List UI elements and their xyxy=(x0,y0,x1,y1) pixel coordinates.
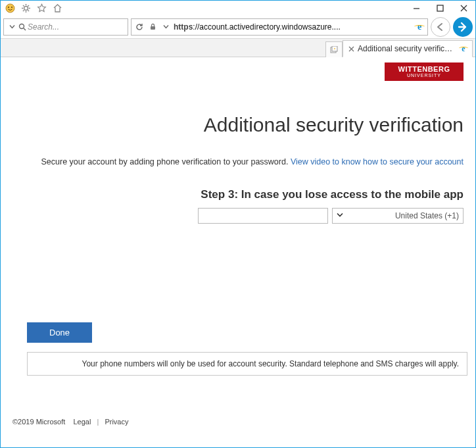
tab-close-button[interactable] xyxy=(347,45,355,53)
window-minimize-button[interactable] xyxy=(404,1,428,15)
chevron-down-icon[interactable] xyxy=(7,22,17,32)
navigation-bar: https://account.activedirectory.windowsa… xyxy=(1,15,475,39)
svg-point-6 xyxy=(20,24,24,28)
step-heading: Step 3: In case you lose access to the m… xyxy=(27,188,464,201)
security-notice: Your phone numbers will only be used for… xyxy=(27,352,467,376)
address-bar[interactable]: https://account.activedirectory.windowsa… xyxy=(131,18,428,36)
svg-point-1 xyxy=(6,4,14,12)
svg-point-3 xyxy=(11,7,12,8)
tab-title: Additional security verificat... xyxy=(358,44,456,53)
brand-logo: WITTENBERG UNIVERSITY xyxy=(385,62,464,81)
page-footer: ©2019 Microsoft Legal | Privacy xyxy=(1,418,469,426)
page-content: WITTENBERG UNIVERSITY Additional securit… xyxy=(1,57,475,376)
toolbar-icon-group xyxy=(1,3,62,13)
page-title: Additional security verification xyxy=(27,114,464,136)
home-icon[interactable] xyxy=(52,3,62,13)
svg-rect-5 xyxy=(151,26,155,30)
country-select[interactable]: United States (+1) xyxy=(332,208,464,224)
svg-point-4 xyxy=(24,6,28,10)
footer-copyright: ©2019 Microsoft xyxy=(12,418,65,426)
tab-active[interactable]: Additional security verificat... xyxy=(343,40,473,57)
new-tab-button[interactable] xyxy=(325,41,343,57)
lock-icon xyxy=(147,22,158,32)
video-link[interactable]: View video to know how to secure your ac… xyxy=(291,157,464,166)
chevron-down-icon xyxy=(337,211,343,220)
site-ie-icon xyxy=(414,22,425,32)
window-maximize-button[interactable] xyxy=(428,1,452,15)
phone-number-input[interactable] xyxy=(198,208,328,224)
page-description: Secure your account by adding phone veri… xyxy=(27,156,464,168)
footer-privacy-link[interactable]: Privacy xyxy=(105,418,128,426)
done-button[interactable]: Done xyxy=(27,322,92,343)
footer-separator: | xyxy=(97,418,99,426)
window-close-button[interactable] xyxy=(452,1,475,15)
search-icon[interactable] xyxy=(17,22,28,32)
nav-forward-button[interactable] xyxy=(431,17,450,37)
brand-name: WITTENBERG xyxy=(398,66,450,73)
svg-point-9 xyxy=(334,48,335,49)
svg-point-2 xyxy=(8,7,9,8)
search-placeholder: Search... xyxy=(28,22,125,32)
window-titlebar xyxy=(1,1,475,15)
footer-legal-link[interactable]: Legal xyxy=(73,418,91,426)
brand-sub: UNIVERSITY xyxy=(407,73,441,78)
smiley-icon[interactable] xyxy=(5,3,15,13)
tab-ie-icon xyxy=(459,44,468,53)
phone-form-row: United States (+1) xyxy=(27,208,464,224)
star-icon[interactable] xyxy=(36,3,47,13)
nav-back-button[interactable] xyxy=(453,17,473,37)
tab-strip: Additional security verificat... xyxy=(1,39,475,57)
refresh-icon[interactable] xyxy=(134,22,145,32)
search-box[interactable]: Search... xyxy=(3,18,128,36)
gear-icon[interactable] xyxy=(20,3,31,13)
country-selected-value: United States (+1) xyxy=(395,211,459,220)
chevron-down-icon[interactable] xyxy=(160,22,171,32)
description-text: Secure your account by adding phone veri… xyxy=(41,157,290,166)
svg-rect-0 xyxy=(437,5,443,11)
url-text: https://account.activedirectory.windowsa… xyxy=(174,22,412,32)
